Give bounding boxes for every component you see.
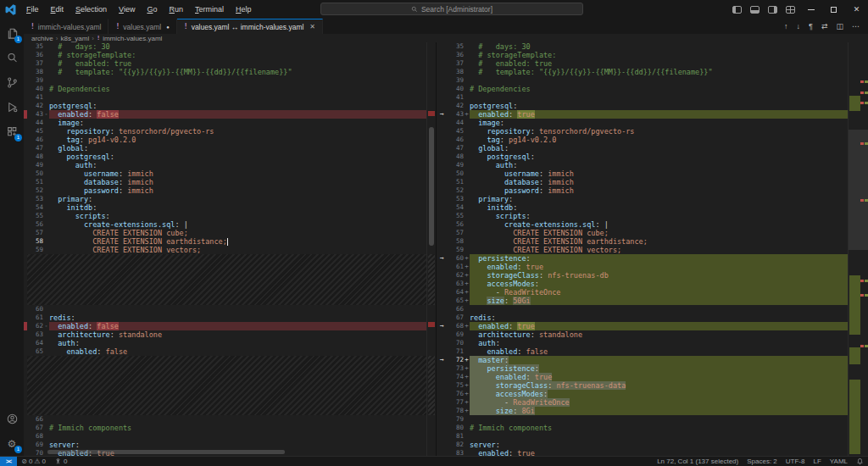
code-line[interactable]: 82server: [437,441,848,449]
code-line[interactable]: 63 architecture: standalone [24,330,436,339]
line-number[interactable]: 54 [27,203,43,212]
code-line[interactable]: 45 repository: tensorchord/pgvecto-rs [24,127,436,136]
menu-go[interactable]: Go [141,0,163,19]
code-line[interactable]: 54 initdb: [24,203,436,212]
line-number[interactable]: 48 [448,153,464,161]
eol[interactable]: LF [809,457,825,466]
code-line[interactable]: 53 primary: [24,195,436,203]
sidebar-item-run-debug[interactable] [0,95,24,119]
code-line[interactable]: 81 [437,432,848,441]
code-line[interactable]: 48 postgresql: [24,153,436,161]
code-line[interactable]: →60+ persistence: [437,254,848,263]
line-number[interactable]: 79 [448,415,464,424]
code-line[interactable]: 43- enabled: false [24,110,436,119]
line-number[interactable]: 69 [448,330,464,339]
code-line[interactable]: 57 CREATE EXTENSION cube; [24,229,436,237]
line-number[interactable]: 50 [27,169,43,178]
code-line[interactable]: 70 auth: [437,339,848,347]
customize-layout-icon[interactable] [786,6,795,14]
breadcrumb-item[interactable]: archive [31,35,53,42]
sidebar-item-search[interactable] [0,46,24,70]
toggle-primary-sidebar-icon[interactable] [732,6,742,14]
toggle-whitespace-icon[interactable]: ¶ [809,19,813,34]
restore-button[interactable] [822,0,845,19]
code-line[interactable]: 40# Dependencies [437,85,848,93]
line-number[interactable]: 68 [448,322,464,330]
code-line[interactable]: 60 [24,305,436,313]
line-number[interactable]: 52 [448,186,464,195]
swap-sides-icon[interactable]: ⇄ [821,19,828,34]
line-number[interactable]: 60 [448,254,464,263]
line-number[interactable]: 77 [448,398,464,407]
menu-terminal[interactable]: Terminal [189,0,230,19]
line-number[interactable]: 66 [27,415,43,424]
breadcrumb-item[interactable]: immich-values.yaml [103,35,162,42]
code-line[interactable]: 56 create-extensions.sql: | [24,220,436,229]
line-number[interactable]: 42 [27,102,43,110]
code-line[interactable]: 45 repository: tensorchord/pgvecto-rs [437,127,848,136]
breadcrumb-item[interactable]: k8s_yaml [60,35,89,42]
previous-change-icon[interactable]: ↑ [784,19,788,34]
code-line[interactable]: 37 # enabled: true [24,59,436,68]
code-line[interactable]: 66 [437,305,848,313]
code-line[interactable]: 35 # days: 30 [24,42,436,51]
code-line[interactable]: 52 password: immich [437,186,848,195]
toggle-panel-icon[interactable] [750,6,760,14]
encoding[interactable]: UTF-8 [782,457,810,466]
line-number[interactable]: 64 [448,288,464,297]
code-line[interactable]: 78+ size: 8Gi [437,407,848,415]
minimize-button[interactable] [799,0,822,19]
code-line[interactable]: 71 enabled: false [437,347,848,356]
line-number[interactable]: 46 [27,136,43,144]
code-line[interactable]: 47 global: [24,144,436,153]
code-line[interactable]: 38 # template: "{{y}}/{{y}}-{{MM}}-{{dd}… [24,68,436,76]
code-line[interactable]: 39 [24,76,436,85]
line-number[interactable]: 53 [27,195,43,203]
line-number[interactable]: 57 [448,229,464,237]
line-number[interactable]: 52 [27,186,43,195]
code-line[interactable]: 42postgresql: [437,102,848,110]
line-number[interactable]: 76 [448,390,464,398]
code-line[interactable]: 69 architecture: standalone [437,330,848,339]
line-number[interactable]: 36 [27,51,43,59]
accounts-button[interactable] [0,407,24,431]
line-number[interactable]: 39 [27,76,43,85]
line-number[interactable]: 45 [27,127,43,136]
line-number[interactable]: 59 [448,246,464,254]
line-number[interactable]: 55 [448,212,464,220]
code-line[interactable]: 73+ persistence: [437,364,848,373]
code-line[interactable]: 67# Immich components [24,424,436,432]
split-editor-icon[interactable]: ◫ [836,19,843,34]
line-number[interactable]: 67 [27,424,43,432]
sidebar-item-source-control[interactable] [0,70,24,95]
line-number[interactable]: 55 [27,212,43,220]
sidebar-item-explorer[interactable]: 1 [0,21,24,46]
code-line[interactable]: 36 # storageTemplate: [437,51,848,59]
code-line[interactable]: 66 [24,415,436,424]
code-line[interactable]: 52 password: immich [24,186,436,195]
line-number[interactable]: 37 [448,59,464,68]
line-number[interactable]: 35 [27,42,43,51]
code-line[interactable]: 69server: [24,441,436,449]
code-line[interactable]: 49 auth: [24,161,436,169]
line-number[interactable]: 70 [448,339,464,347]
original-vertical-scrollbar[interactable] [429,127,434,246]
code-line[interactable]: 51 database: immich [24,178,436,186]
line-number[interactable]: 43 [448,110,464,119]
line-number[interactable]: 38 [27,68,43,76]
cursor-position[interactable]: Ln 72, Col 1 (137 selected) [653,457,743,466]
line-number[interactable]: 75 [448,381,464,390]
code-line[interactable]: 79 [437,415,848,424]
line-number[interactable]: 49 [448,161,464,169]
line-number[interactable]: 51 [448,178,464,186]
code-line[interactable]: 63+ accessModes: [437,280,848,288]
ports-status[interactable]: 0 [50,457,71,466]
diff-modified-pane[interactable]: 35 # days: 3036 # storageTemplate:37 # e… [437,42,848,456]
code-line[interactable]: 46 tag: pg14-v0.2.0 [24,136,436,144]
line-number[interactable]: 56 [448,220,464,229]
revert-change-icon[interactable]: → [437,110,448,119]
code-line[interactable]: 49 auth: [437,161,848,169]
menu-view[interactable]: View [113,0,141,19]
line-number[interactable]: 60 [27,305,43,313]
line-number[interactable]: 39 [448,76,464,85]
